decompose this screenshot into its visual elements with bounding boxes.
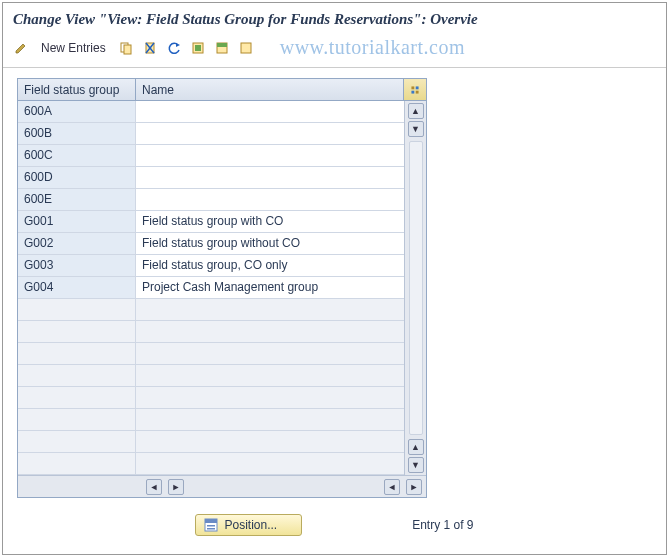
select-block-button[interactable] xyxy=(212,38,232,58)
page-title: Change View "View: Field Status Group fo… xyxy=(3,3,666,34)
table-row[interactable]: 600C xyxy=(18,145,404,167)
cell-name[interactable]: Project Cash Management group xyxy=(136,277,404,298)
scroll-down-bottom-icon[interactable]: ▼ xyxy=(408,457,424,473)
new-entries-label: New Entries xyxy=(41,41,106,55)
toolbar: New Entries www.tutorialkart.com xyxy=(3,34,666,68)
cell-name[interactable] xyxy=(136,299,404,320)
cell-code[interactable]: 600B xyxy=(18,123,136,144)
watermark-text: www.tutorialkart.com xyxy=(280,36,465,59)
position-icon xyxy=(204,518,218,532)
col-header-name[interactable]: Name xyxy=(136,79,404,100)
cell-code[interactable]: G002 xyxy=(18,233,136,254)
delete-button[interactable] xyxy=(140,38,160,58)
svg-rect-9 xyxy=(217,43,227,47)
deselect-all-button[interactable] xyxy=(236,38,256,58)
table-row-empty[interactable] xyxy=(18,409,404,431)
cell-name[interactable] xyxy=(136,387,404,408)
cell-code[interactable] xyxy=(18,343,136,364)
cell-code[interactable]: 600D xyxy=(18,167,136,188)
table-row[interactable]: G001Field status group with CO xyxy=(18,211,404,233)
svg-rect-10 xyxy=(241,43,251,53)
cell-code[interactable] xyxy=(18,365,136,386)
svg-marker-5 xyxy=(176,43,180,47)
svg-rect-13 xyxy=(411,90,414,93)
cell-code[interactable] xyxy=(18,453,136,474)
toggle-display-change-button[interactable] xyxy=(11,38,31,58)
cell-name[interactable]: Field status group with CO xyxy=(136,211,404,232)
col-header-code[interactable]: Field status group xyxy=(18,79,136,100)
svg-rect-14 xyxy=(416,90,419,93)
vertical-scrollbar[interactable]: ▲ ▼ ▲ ▼ xyxy=(404,101,426,475)
cell-code[interactable] xyxy=(18,299,136,320)
cell-name[interactable] xyxy=(136,123,404,144)
svg-rect-7 xyxy=(195,45,201,51)
table-row-empty[interactable] xyxy=(18,343,404,365)
horizontal-scrollbar[interactable]: ◄ ► ◄ ► xyxy=(18,475,426,497)
cell-code[interactable]: 600E xyxy=(18,189,136,210)
table-header: Field status group Name xyxy=(18,79,426,101)
entry-counter: Entry 1 of 9 xyxy=(412,518,473,532)
table-rows: 600A600B600C600D600EG001Field status gro… xyxy=(18,101,404,475)
position-label: Position... xyxy=(224,518,277,532)
scroll-up-bottom-icon[interactable]: ▲ xyxy=(408,439,424,455)
position-button[interactable]: Position... xyxy=(195,514,302,536)
table-row[interactable]: G004Project Cash Management group xyxy=(18,277,404,299)
cell-name[interactable]: Field status group, CO only xyxy=(136,255,404,276)
scroll-down-icon[interactable]: ▼ xyxy=(408,121,424,137)
hscroll-right-end-icon[interactable]: ► xyxy=(406,479,422,495)
table-row[interactable]: 600B xyxy=(18,123,404,145)
svg-rect-18 xyxy=(207,528,215,530)
copy-as-button[interactable] xyxy=(116,38,136,58)
cell-code[interactable]: G001 xyxy=(18,211,136,232)
table-row[interactable]: 600D xyxy=(18,167,404,189)
cell-code[interactable]: G003 xyxy=(18,255,136,276)
table-row[interactable]: 600E xyxy=(18,189,404,211)
table-row-empty[interactable] xyxy=(18,387,404,409)
table-row-empty[interactable] xyxy=(18,321,404,343)
table-row[interactable]: G002Field status group without CO xyxy=(18,233,404,255)
hscroll-right-icon[interactable]: ► xyxy=(168,479,184,495)
svg-rect-16 xyxy=(205,519,217,523)
cell-name[interactable] xyxy=(136,431,404,452)
table-row-empty[interactable] xyxy=(18,453,404,475)
footer: Position... Entry 1 of 9 xyxy=(3,514,666,536)
cell-code[interactable] xyxy=(18,321,136,342)
cell-name[interactable]: Field status group without CO xyxy=(136,233,404,254)
cell-code[interactable]: 600A xyxy=(18,101,136,122)
hscroll-left-end-icon[interactable]: ◄ xyxy=(384,479,400,495)
svg-rect-1 xyxy=(124,45,131,54)
cell-name[interactable] xyxy=(136,343,404,364)
table-row[interactable]: G003Field status group, CO only xyxy=(18,255,404,277)
table-row-empty[interactable] xyxy=(18,299,404,321)
scroll-track[interactable] xyxy=(409,141,423,435)
table-row-empty[interactable] xyxy=(18,365,404,387)
cell-name[interactable] xyxy=(136,365,404,386)
undo-change-button[interactable] xyxy=(164,38,184,58)
svg-rect-12 xyxy=(416,86,419,89)
cell-name[interactable] xyxy=(136,167,404,188)
cell-code[interactable] xyxy=(18,387,136,408)
cell-code[interactable]: G004 xyxy=(18,277,136,298)
table-row-empty[interactable] xyxy=(18,431,404,453)
scroll-up-icon[interactable]: ▲ xyxy=(408,103,424,119)
hscroll-left-icon[interactable]: ◄ xyxy=(146,479,162,495)
cell-name[interactable] xyxy=(136,145,404,166)
cell-name[interactable] xyxy=(136,321,404,342)
cell-code[interactable]: 600C xyxy=(18,145,136,166)
svg-rect-11 xyxy=(411,86,414,89)
select-all-button[interactable] xyxy=(188,38,208,58)
cell-name[interactable] xyxy=(136,189,404,210)
cell-code[interactable] xyxy=(18,431,136,452)
field-status-group-table: Field status group Name 600A600B600C600D… xyxy=(17,78,427,498)
svg-rect-17 xyxy=(207,525,215,527)
table-row[interactable]: 600A xyxy=(18,101,404,123)
table-settings-button[interactable] xyxy=(404,79,426,100)
new-entries-button[interactable]: New Entries xyxy=(35,39,112,57)
cell-name[interactable] xyxy=(136,101,404,122)
cell-name[interactable] xyxy=(136,453,404,474)
cell-code[interactable] xyxy=(18,409,136,430)
cell-name[interactable] xyxy=(136,409,404,430)
